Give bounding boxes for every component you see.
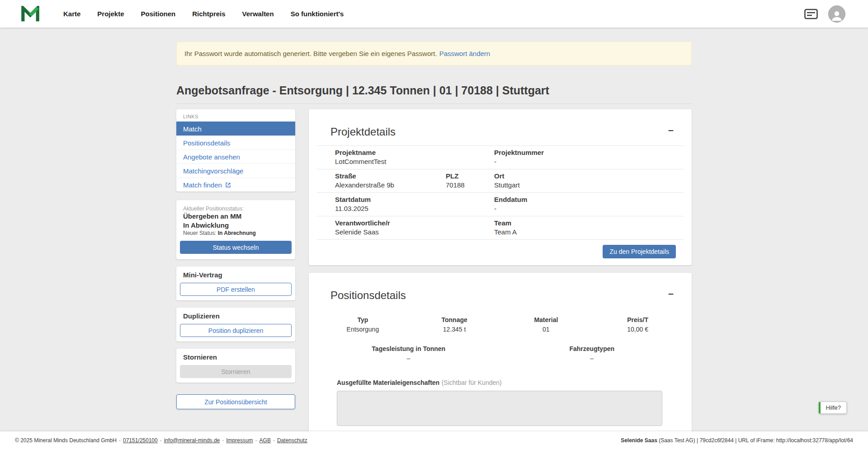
materialeigenschaften-label: Ausgefüllte Materialeigenschaften xyxy=(337,379,439,386)
material-field: Material 01 xyxy=(500,316,592,333)
zu-den-projektdetails-button[interactable]: Zu den Projektdetails xyxy=(603,245,676,258)
materialeigenschaften-textarea[interactable] xyxy=(337,391,662,426)
password-alert-text: Ihr Passwort wurde automatisch generiert… xyxy=(184,50,437,57)
team-label: Team xyxy=(494,219,684,228)
tagesleistung-field: Tagesleistung in Tonnen – xyxy=(317,345,500,362)
navbar-right xyxy=(804,5,845,23)
footer: © 2025 Mineral Minds Deutschland GmbH · … xyxy=(0,431,868,449)
sidebar-item-match-finden[interactable]: Match finden xyxy=(176,178,295,192)
footer-link-impressum[interactable]: Impressum xyxy=(226,437,253,444)
footer-separator: · xyxy=(222,437,224,444)
page-title-section: Angebotsanfrage - Entsorgung | 12.345 To… xyxy=(176,84,692,104)
footer-link-agb[interactable]: AGB xyxy=(259,437,271,444)
verantwortliche-field: Verantwortliche/r Selenide Saas xyxy=(335,219,446,237)
main-panel: Projektdetails − Projektname LotCommentT… xyxy=(309,109,692,431)
nav-item-karte[interactable]: Karte xyxy=(63,10,80,18)
sidebar-item-match-label: Match xyxy=(183,125,202,133)
projektdetails-card: Projektdetails − Projektname LotCommentT… xyxy=(309,109,692,265)
projektname-label: Projektname xyxy=(335,148,446,157)
positionsdetails-collapse-button[interactable]: − xyxy=(666,289,675,299)
preis-label: Preis/T xyxy=(592,316,684,324)
material-value: 01 xyxy=(500,326,592,333)
typ-label: Typ xyxy=(317,316,409,324)
projektnummer-value: - xyxy=(494,157,684,166)
status-line-2: In Abwicklung xyxy=(183,221,288,230)
nav-item-richtpreis[interactable]: Richtpreis xyxy=(192,10,225,18)
footer-user-rest: (Saas Test AG) | 79cd2c6f2844 | URL of i… xyxy=(657,437,853,444)
mineral-minds-logo-icon[interactable] xyxy=(21,6,40,22)
page-content: Ihr Passwort wurde automatisch generiert… xyxy=(0,28,868,431)
tagesleistung-label: Tagesleistung in Tonnen xyxy=(317,345,500,353)
sidebar-item-matchingvorschlaege[interactable]: Matchingvorschläge xyxy=(176,164,295,178)
materialeigenschaften-section: Ausgefüllte Materialeigenschaften (Sicht… xyxy=(337,379,662,426)
plz-value: 70188 xyxy=(446,181,494,190)
fahrzeugtypen-value: – xyxy=(500,355,684,362)
nav-item-projekte[interactable]: Projekte xyxy=(97,10,124,18)
footer-copyright: © 2025 Mineral Minds Deutschland GmbH xyxy=(15,437,117,444)
top-navbar: Karte Projekte Positionen Richtpreis Ver… xyxy=(0,0,868,28)
zur-positionsuebersicht-button[interactable]: Zur Positionsübersicht xyxy=(176,394,295,409)
duplizieren-card: Duplizieren Position duplizieren xyxy=(176,308,295,341)
ort-value: Stuttgart xyxy=(494,181,684,190)
team-field: Team Team A xyxy=(494,219,684,237)
links-card-title: LINKS xyxy=(176,109,295,122)
typ-value: Entsorgung xyxy=(317,326,409,333)
sidebar-item-positionsdetails[interactable]: Positionsdetails xyxy=(176,136,295,150)
stornieren-button[interactable]: Stornieren xyxy=(180,365,292,378)
sidebar: LINKS Match Positionsdetails Angebote an… xyxy=(176,109,295,409)
footer-link-email[interactable]: info@mineral-minds.de xyxy=(164,437,220,444)
status-card: Aktueller Positionsstatus: Übergeben an … xyxy=(176,200,295,259)
sidebar-item-angebote-ansehen[interactable]: Angebote ansehen xyxy=(176,150,295,164)
projektnummer-field: Projektnummer - xyxy=(494,148,684,166)
tagesleistung-value: – xyxy=(317,355,500,362)
new-status-value: In Abrechnung xyxy=(218,230,256,236)
position-summary-row: Typ Entsorgung Tonnage 12.345 t Material… xyxy=(317,316,684,333)
ort-label: Ort xyxy=(494,172,684,181)
projektdetails-collapse-button[interactable]: − xyxy=(666,126,675,136)
nav-item-verwalten[interactable]: Verwalten xyxy=(242,10,274,18)
status-wechseln-button[interactable]: Status wechseln xyxy=(180,241,292,254)
footer-link-phone[interactable]: 07151/250100 xyxy=(123,437,158,444)
server-icon xyxy=(804,9,818,19)
strasse-field: Straße Alexanderstraße 9b xyxy=(335,172,446,190)
nav-item-so-funktionierts[interactable]: So funktioniert's xyxy=(291,10,344,18)
server-icon-button[interactable] xyxy=(804,9,818,19)
footer-separator: · xyxy=(160,437,162,444)
tonnage-field: Tonnage 12.345 t xyxy=(409,316,500,333)
projektdetails-table: Projektname LotCommentTest Projektnummer… xyxy=(317,145,684,240)
user-icon xyxy=(830,9,844,22)
positionsdetails-title: Positionsdetails xyxy=(330,289,406,302)
plz-field: PLZ 70188 xyxy=(446,172,494,190)
external-link-icon xyxy=(225,182,231,188)
enddatum-field: Enddatum - xyxy=(494,195,684,213)
projektnummer-label: Projektnummer xyxy=(494,148,684,157)
stornieren-title: Stornieren xyxy=(183,353,292,361)
footer-left: © 2025 Mineral Minds Deutschland GmbH · … xyxy=(15,437,307,444)
startdatum-value: 11.03.2025 xyxy=(335,204,446,213)
footer-separator: · xyxy=(273,437,275,444)
typ-field: Typ Entsorgung xyxy=(317,316,409,333)
password-alert: Ihr Passwort wurde automatisch generiert… xyxy=(176,42,692,65)
sidebar-item-match-finden-label: Match finden xyxy=(183,181,222,189)
sidebar-item-match[interactable]: Match xyxy=(176,122,295,136)
position-duplizieren-button[interactable]: Position duplizieren xyxy=(180,324,292,337)
footer-link-datenschutz[interactable]: Datenschutz xyxy=(277,437,307,444)
pdf-erstellen-button[interactable]: PDF erstellen xyxy=(180,283,292,296)
tonnage-label: Tonnage xyxy=(409,316,500,324)
password-change-link[interactable]: Passwort ändern xyxy=(439,50,491,57)
avatar[interactable] xyxy=(828,5,845,23)
preis-value: 10,00 € xyxy=(592,326,684,333)
strasse-value: Alexanderstraße 9b xyxy=(335,181,446,190)
footer-separator: · xyxy=(119,437,121,444)
main-nav: Karte Projekte Positionen Richtpreis Ver… xyxy=(63,10,344,18)
verantwortliche-value: Selenide Saas xyxy=(335,228,446,237)
status-label: Aktueller Positionsstatus: xyxy=(183,206,288,212)
material-label: Material xyxy=(500,316,592,324)
duplizieren-title: Duplizieren xyxy=(183,312,292,320)
mini-vertrag-card: Mini-Vertrag PDF erstellen xyxy=(176,267,295,300)
hilfe-button[interactable]: Hilfe? xyxy=(819,402,847,414)
plz-label: PLZ xyxy=(446,172,494,181)
tonnage-value: 12.345 t xyxy=(409,326,500,333)
footer-user-info: Selenide Saas (Saas Test AG) | 79cd2c6f2… xyxy=(621,437,853,444)
nav-item-positionen[interactable]: Positionen xyxy=(141,10,176,18)
